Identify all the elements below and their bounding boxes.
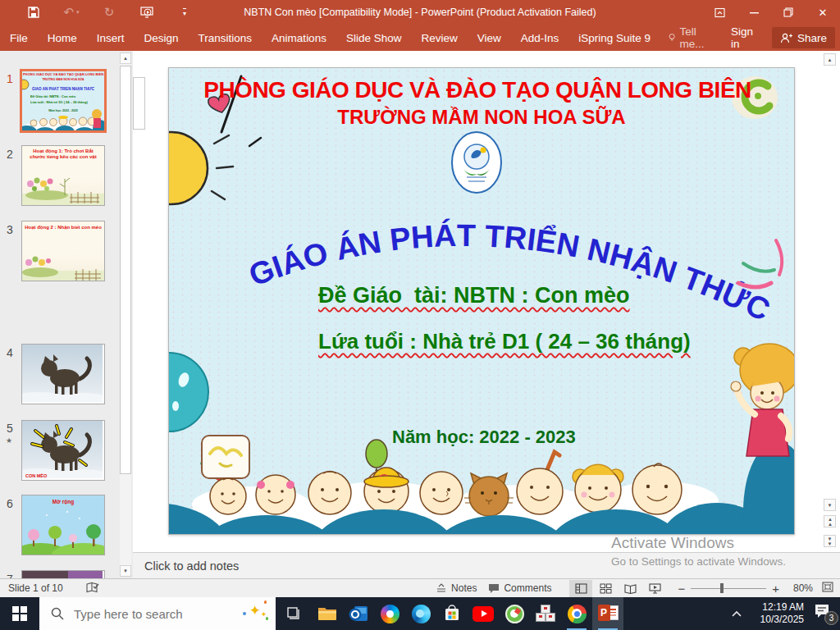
tray-chevron-up-icon[interactable] (731, 610, 742, 618)
zoom-level[interactable]: 80% (785, 582, 813, 594)
slide-thumbnail-5[interactable]: CON MÈO (21, 420, 105, 481)
chrome-taskbar-icon[interactable] (561, 597, 592, 630)
comments-toggle-button[interactable]: Comments (488, 582, 551, 594)
slide-school-year[interactable]: Năm học: 2022 - 2023 (392, 427, 576, 448)
spell-check-button[interactable] (86, 582, 99, 596)
notes-label: Notes (451, 582, 477, 594)
tab-ispring-suite[interactable]: iSpring Suite 9 (568, 25, 660, 51)
thumb6-artwork (22, 495, 104, 555)
slide-show-button[interactable] (643, 580, 666, 597)
scroll-down-button[interactable]: ▼ (120, 565, 131, 577)
file-explorer-taskbar-icon[interactable] (312, 597, 343, 630)
minimize-button[interactable] (737, 0, 771, 25)
slide-sorter-view-button[interactable] (594, 580, 617, 597)
outlook-taskbar-icon[interactable] (343, 597, 374, 630)
copilot-taskbar-icon[interactable] (374, 597, 405, 630)
title-bar: ↶▾ ↻ ▾ NBTN Con mèo [Compatibility Mode]… (0, 0, 840, 25)
thumb1-artwork (22, 71, 104, 130)
powerpoint-icon: P (598, 605, 619, 623)
double-up-icon: ▲▲ (828, 517, 832, 527)
search-highlights-icon: ✦✦ (249, 602, 261, 619)
zoom-in-button[interactable]: + (772, 582, 779, 596)
lightbulb-icon (669, 32, 675, 43)
previous-slide-button[interactable]: ▲▲ (824, 515, 836, 527)
notification-badge: 3 (824, 611, 838, 625)
zoom-slider[interactable] (691, 583, 766, 593)
slide-thumbnail-4[interactable] (21, 344, 105, 404)
fit-slide-button[interactable] (822, 582, 833, 595)
undo-icon: ↶ (63, 5, 74, 20)
tab-design[interactable]: Design (135, 25, 189, 51)
sign-in-button[interactable]: Sign in (721, 25, 767, 50)
slide-thumbnail-2[interactable]: Hoạt động 1: Trò chơi Bắt chước tiếng kê… (21, 145, 105, 206)
search-input[interactable] (72, 606, 215, 622)
thumbnail-number: 1 (7, 72, 13, 85)
tab-animations[interactable]: Animations (262, 25, 336, 51)
thumbnail-number: 6 (7, 497, 13, 510)
slide-age-line[interactable]: Lứa tuổi : Nhà trẻ D1 ( 24 – 36 tháng) (318, 329, 691, 354)
tab-home[interactable]: Home (38, 25, 87, 51)
notes-toggle-button[interactable]: Notes (436, 582, 477, 594)
redo-button[interactable]: ↻ (90, 0, 128, 25)
close-button[interactable]: ✕ (806, 0, 840, 25)
thumbnail-scrollbar[interactable]: ▲ ▼ (120, 52, 131, 577)
unikey-taskbar-icon[interactable] (530, 597, 561, 630)
tab-review[interactable]: Review (411, 25, 467, 51)
next-slide-button[interactable]: ▼▼ (824, 535, 836, 547)
clock-time: 12:19 AM (760, 601, 804, 614)
coccoc-taskbar-icon[interactable] (499, 597, 530, 630)
reading-view-button[interactable] (619, 580, 641, 597)
slide-thumbnail-6[interactable]: Mở rộng (21, 495, 105, 555)
zoom-slider-thumb[interactable] (720, 583, 724, 593)
tab-add-ins[interactable]: Add-Ins (511, 25, 569, 51)
slide-subject-line[interactable]: Đề Giáo tài: NBTN : Con mèo (318, 283, 630, 308)
tab-view[interactable]: View (468, 25, 511, 51)
slide-thumbnail-1[interactable]: PHÒNG GIÁO DỤC VÀ ĐÀO TẠO QUẬN LONG BIÊN… (20, 69, 107, 133)
taskbar-clock[interactable]: 12:19 AM 10/3/2025 (760, 601, 804, 626)
notification-center-button[interactable]: 3 (812, 597, 840, 630)
windows-logo-icon (12, 606, 27, 621)
slide-canvas[interactable]: GIÁO ÁN PHÁT TRIỂN NHẬN THỨC (168, 67, 795, 535)
scrollbar-thumb[interactable] (133, 77, 145, 130)
close-icon: ✕ (819, 7, 828, 19)
microsoft-store-taskbar-icon[interactable] (436, 597, 468, 630)
normal-view-button[interactable] (569, 580, 592, 597)
save-button[interactable] (15, 0, 52, 25)
scroll-down-button[interactable]: ▼ (824, 499, 836, 511)
ribbon-display-options-button[interactable] (702, 0, 737, 25)
arc-title-text[interactable]: GIÁO ÁN PHÁT TRIỂN NHẬN THỨC (244, 217, 775, 327)
tab-file[interactable]: File (0, 25, 38, 51)
share-button[interactable]: Share (772, 27, 835, 48)
scroll-up-button[interactable]: ▲ (824, 53, 836, 66)
slide-sorter-icon (600, 583, 612, 594)
task-view-button[interactable] (276, 597, 312, 630)
tab-transitions[interactable]: Transitions (189, 25, 262, 51)
slide-header-line1[interactable]: PHÒNG GIÁO DỤC VÀ ĐÀO TẠO QUẬN LONG BIÊN (169, 77, 786, 103)
notes-pane[interactable]: Click to add notes (133, 552, 840, 579)
taskbar-search-box[interactable]: ✦✦ (39, 597, 276, 630)
youtube-taskbar-icon[interactable] (468, 597, 499, 630)
scroll-up-button[interactable]: ▲ (120, 52, 131, 64)
restore-button[interactable] (771, 0, 806, 25)
doodle-dash (249, 138, 261, 146)
notes-placeholder[interactable]: Click to add notes (144, 559, 239, 573)
scrollbar-thumb[interactable] (120, 66, 131, 474)
slide-header-line2[interactable]: TRƯỜNG MẦM NON HOA SỮA (169, 106, 794, 129)
slide-show-icon (649, 583, 661, 594)
slide-thumbnail-3[interactable]: Hoạt động 2 : Nhận biết con mèo (21, 221, 105, 281)
powerpoint-taskbar-icon[interactable]: P (592, 597, 623, 630)
zoom-out-button[interactable]: − (678, 582, 685, 596)
customize-qat-button[interactable]: ▾ (166, 0, 203, 25)
clock-date: 10/3/2025 (760, 614, 804, 626)
slide-thumbnail-7[interactable] (21, 570, 105, 578)
edge-taskbar-icon[interactable] (405, 597, 436, 630)
undo-button[interactable]: ↶▾ (52, 0, 90, 25)
tab-slide-show[interactable]: Slide Show (336, 25, 412, 51)
start-button[interactable] (0, 597, 39, 630)
tab-insert[interactable]: Insert (87, 25, 135, 51)
start-from-beginning-button[interactable] (128, 0, 166, 25)
tell-me-box[interactable]: Tell me... (660, 25, 721, 50)
slide-thumbnail-panel: 1 PHÒNG GIÁO DỤC VÀ ĐÀO TẠO QUẬN LONG BI… (0, 51, 134, 578)
fit-to-window-icon (822, 582, 833, 592)
chevron-down-icon: ▾ (183, 8, 186, 17)
